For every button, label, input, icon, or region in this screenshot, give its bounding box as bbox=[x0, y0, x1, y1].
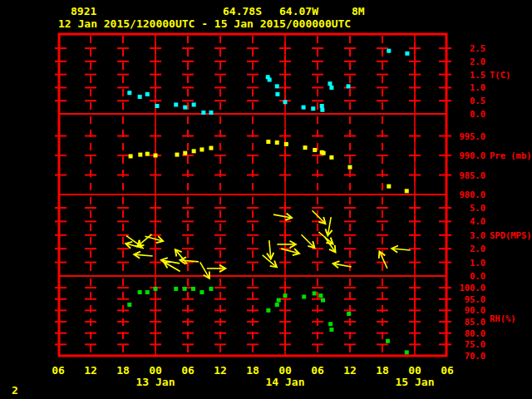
relative_humidity-point bbox=[127, 303, 131, 307]
wind-vector-arrow bbox=[138, 234, 152, 246]
temperature-point bbox=[155, 104, 159, 108]
temperature-point bbox=[387, 49, 391, 53]
pressure-point bbox=[275, 140, 279, 145]
pressure-point bbox=[348, 165, 352, 170]
pressure-point bbox=[387, 185, 391, 189]
relative_humidity-point bbox=[191, 287, 195, 291]
wind-vector-arrow bbox=[273, 214, 292, 218]
wind-vector-arrow bbox=[135, 254, 153, 256]
wind_speed-tick-label: 1.0 bbox=[470, 258, 485, 268]
relative_humidity-point bbox=[275, 303, 279, 307]
pressure-point bbox=[138, 153, 142, 157]
temperature-series bbox=[127, 49, 409, 115]
hour-label: 12 bbox=[84, 364, 97, 377]
hour-label: 12 bbox=[214, 364, 227, 377]
relative_humidity-point bbox=[405, 350, 409, 354]
pressure-point bbox=[192, 149, 196, 153]
hour-label: 00 bbox=[408, 364, 421, 377]
relative_humidity-unit-label: RH(%) bbox=[490, 313, 516, 323]
relative_humidity-point bbox=[321, 298, 325, 303]
temperature-point bbox=[405, 52, 409, 56]
pressure-point bbox=[322, 151, 326, 155]
temperature-point bbox=[145, 92, 150, 96]
temperature-tick-label: 2.5 bbox=[470, 43, 485, 53]
temperature-point bbox=[192, 102, 196, 106]
pressure-point bbox=[200, 147, 204, 151]
hour-label: 00 bbox=[149, 364, 162, 377]
wind_speed-unit-label: SPD(MPS) bbox=[490, 230, 532, 240]
relative_humidity-series bbox=[127, 287, 408, 354]
temperature-point bbox=[138, 95, 142, 99]
relative_humidity-point bbox=[145, 290, 150, 294]
temperature-tick-label: 0.0 bbox=[470, 109, 485, 119]
pressure-point bbox=[303, 145, 308, 150]
hour-label: 00 bbox=[278, 364, 292, 377]
x-axis-labels: 0612180006121800061218000613 Jan14 Jan15… bbox=[52, 364, 454, 388]
relative_humidity-point bbox=[174, 287, 178, 291]
temperature-point bbox=[320, 108, 324, 112]
temperature-point bbox=[283, 100, 288, 104]
relative_humidity-point bbox=[318, 293, 323, 298]
temperature-point bbox=[183, 106, 187, 110]
relative_humidity-tick-label: 90.0 bbox=[465, 305, 485, 315]
temperature-point bbox=[174, 102, 178, 106]
pressure-point bbox=[183, 151, 187, 155]
hour-label: 06 bbox=[52, 364, 65, 377]
temperature-point bbox=[209, 111, 213, 115]
relative_humidity-point bbox=[277, 298, 281, 303]
right-axis-labels: 2.52.01.51.00.50.0T(C)995.0990.0985.0980… bbox=[459, 43, 531, 361]
temperature-point bbox=[201, 111, 205, 115]
relative_humidity-point bbox=[386, 339, 390, 343]
wind-vector-arrow bbox=[392, 249, 411, 250]
pressure-point bbox=[329, 155, 333, 160]
wind-vector-arrow bbox=[380, 252, 387, 268]
wind_speed-tick-label: 3.0 bbox=[470, 230, 485, 240]
relative_humidity-point bbox=[209, 287, 213, 291]
wind-vector-arrow bbox=[333, 264, 352, 267]
wind_speed-tick-label: 5.0 bbox=[470, 203, 485, 213]
temperature-tick-label: 1.5 bbox=[470, 70, 485, 80]
pressure-tick-label: 985.0 bbox=[459, 170, 485, 180]
relative_humidity-point bbox=[266, 308, 270, 313]
relative_humidity-tick-label: 95.0 bbox=[465, 294, 485, 304]
wind-vector-arrow bbox=[145, 236, 162, 241]
pressure-point bbox=[175, 153, 180, 157]
pressure-point bbox=[313, 148, 317, 152]
meteogram-plot: 2.52.01.51.00.50.0T(C)995.0990.0985.0980… bbox=[0, 0, 532, 399]
wind-vector-arrow bbox=[325, 237, 336, 252]
wind-vector-arrow bbox=[269, 240, 271, 259]
relative_humidity-tick-label: 85.0 bbox=[465, 317, 485, 327]
relative_humidity-point bbox=[313, 291, 317, 295]
wind-vector-arrow bbox=[175, 250, 187, 264]
page-number: 2 bbox=[12, 385, 18, 397]
relative_humidity-tick-label: 70.0 bbox=[465, 351, 485, 361]
hour-label: 18 bbox=[246, 364, 259, 377]
relative_humidity-point bbox=[200, 290, 204, 294]
wind-vector-arrow bbox=[263, 255, 277, 267]
wind-vector-arrow bbox=[328, 217, 331, 235]
relative_humidity-tick-label: 80.0 bbox=[465, 328, 485, 338]
pressure-point bbox=[209, 146, 213, 150]
date-label: 13 Jan bbox=[136, 376, 175, 388]
relative_humidity-point bbox=[347, 312, 351, 316]
relative_humidity-point bbox=[283, 293, 288, 298]
temperature-tick-label: 0.5 bbox=[470, 96, 485, 106]
temperature-point bbox=[328, 81, 332, 86]
pressure-tick-label: 995.0 bbox=[459, 131, 485, 141]
pressure-point bbox=[266, 140, 270, 144]
hour-label: 06 bbox=[311, 364, 324, 377]
hour-label: 18 bbox=[116, 364, 130, 377]
grid bbox=[55, 35, 451, 355]
temperature-point bbox=[268, 77, 272, 81]
hour-label: 06 bbox=[181, 364, 195, 377]
wind_speed-tick-label: 0.0 bbox=[470, 271, 485, 281]
pressure-tick-label: 990.0 bbox=[459, 150, 485, 160]
relative_humidity-point bbox=[154, 287, 158, 291]
temperature-point bbox=[127, 91, 131, 95]
temperature-point bbox=[329, 86, 333, 90]
wind-vector-arrow bbox=[302, 234, 315, 248]
pressure-tick-label: 980.0 bbox=[459, 190, 485, 200]
temperature-point bbox=[347, 84, 351, 88]
temperature-point bbox=[275, 84, 279, 88]
relative_humidity-point bbox=[328, 322, 332, 326]
